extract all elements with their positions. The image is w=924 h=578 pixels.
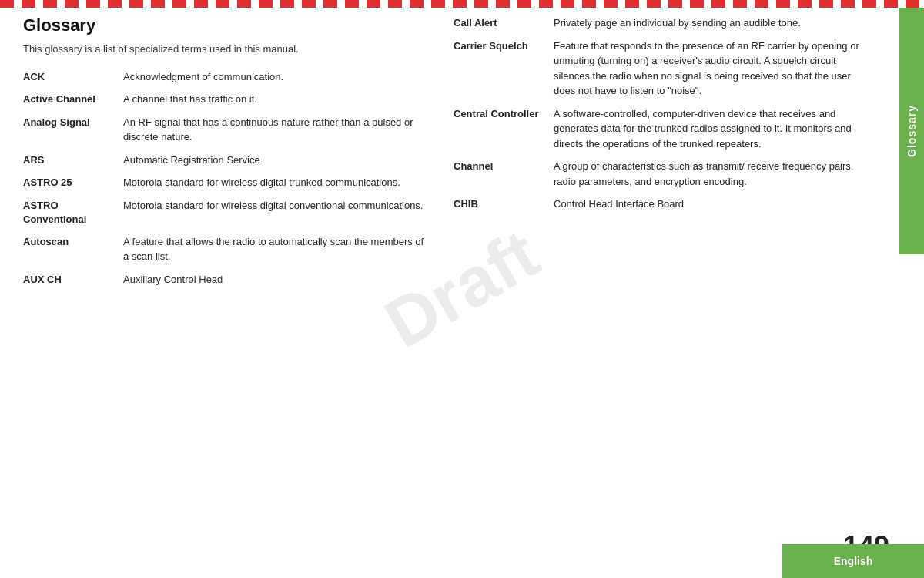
intro-text: This glossary is a list of specialized t… [23, 42, 430, 57]
glossary-term: Call Alert [454, 15, 554, 31]
page-title: Glossary [23, 15, 430, 35]
list-item: ASTRO ConventionalMotorola standard for … [23, 198, 430, 227]
language-button[interactable]: English [782, 544, 924, 578]
language-label: English [834, 555, 873, 567]
glossary-term: Carrier Squelch [454, 39, 554, 99]
glossary-term: ACK [23, 69, 123, 85]
glossary-term: ARS [23, 153, 123, 168]
list-item: AutoscanA feature that allows the radio … [23, 234, 430, 264]
list-item: Central ControllerA software-controlled,… [454, 106, 869, 152]
sidebar-tab-label: Glossary [906, 105, 918, 157]
sidebar-tab: Glossary [899, 8, 924, 254]
list-item: Active ChannelA channel that has traffic… [23, 92, 430, 107]
glossary-definition: Feature that responds to the presence of… [554, 39, 869, 99]
list-item: Call AlertPrivately page an individual b… [454, 15, 869, 31]
glossary-definition: An RF signal that has a continuous natur… [123, 115, 430, 145]
glossary-definition: A group of characteristics such as trans… [554, 159, 869, 189]
glossary-term: Channel [454, 159, 554, 189]
glossary-term: Autoscan [23, 234, 123, 264]
left-entries-container: ACKAcknowledgment of communication.Activ… [23, 69, 430, 287]
glossary-term: ASTRO 25 [23, 175, 123, 190]
glossary-definition: Acknowledgment of communication. [123, 69, 430, 85]
list-item: ACKAcknowledgment of communication. [23, 69, 430, 85]
right-entries-container: Call AlertPrivately page an individual b… [454, 15, 869, 212]
top-strip [0, 0, 924, 8]
glossary-definition: A software-controlled, computer-driven d… [554, 106, 869, 152]
glossary-term: Active Channel [23, 92, 123, 107]
glossary-term: Analog Signal [23, 115, 123, 145]
list-item: Analog SignalAn RF signal that has a con… [23, 115, 430, 145]
list-item: ChannelA group of characteristics such a… [454, 159, 869, 189]
glossary-term: AUX CH [23, 272, 123, 287]
glossary-definition: Motorola standard for wireless digital t… [123, 175, 430, 190]
list-item: ARSAutomatic Registration Service [23, 153, 430, 168]
glossary-definition: A channel that has traffic on it. [123, 92, 430, 107]
right-column: Call AlertPrivately page an individual b… [446, 15, 869, 294]
glossary-definition: Automatic Registration Service [123, 153, 430, 168]
main-content: Glossary This glossary is a list of spec… [0, 8, 899, 341]
glossary-term: CHIB [454, 197, 554, 212]
glossary-term: ASTRO Conventional [23, 198, 123, 227]
glossary-definition: Motorola standard for wireless digital c… [123, 198, 430, 227]
list-item: ASTRO 25Motorola standard for wireless d… [23, 175, 430, 190]
list-item: Carrier SquelchFeature that responds to … [454, 39, 869, 99]
list-item: AUX CHAuxiliary Control Head [23, 272, 430, 287]
glossary-definition: Control Head Interface Board [554, 197, 869, 212]
left-column: Glossary This glossary is a list of spec… [23, 15, 446, 294]
glossary-definition: A feature that allows the radio to autom… [123, 234, 430, 264]
glossary-definition: Auxiliary Control Head [123, 272, 430, 287]
glossary-definition: Privately page an individual by sending … [554, 15, 869, 31]
list-item: CHIBControl Head Interface Board [454, 197, 869, 212]
glossary-term: Central Controller [454, 106, 554, 152]
